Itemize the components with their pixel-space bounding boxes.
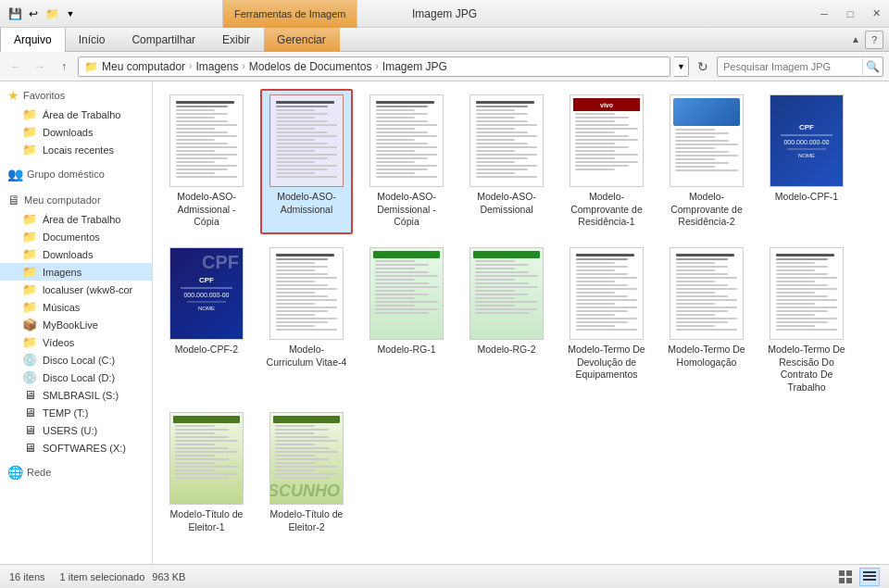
search-icon[interactable]: 🔍: [862, 56, 883, 77]
status-bar: 16 itens 1 item selecionado 963 KB: [0, 564, 889, 588]
search-box[interactable]: 🔍: [717, 56, 883, 77]
file-item[interactable]: RASCUNHO: [260, 407, 353, 539]
sidebar-item-softwares[interactable]: 🖥 SOFTWARES (X:): [0, 439, 152, 457]
file-item[interactable]: Modelo-Termo De Rescisão Do Contrato De …: [760, 242, 853, 400]
my-computer-section[interactable]: 🖥 Meu computador: [0, 190, 152, 210]
svg-rect-3: [846, 578, 852, 583]
file-item[interactable]: Modelo-RG-1: [360, 242, 453, 400]
sidebar-item-downloads-fav[interactable]: 📁 Downloads: [0, 123, 152, 141]
details-view-icon: [863, 570, 876, 583]
file-item[interactable]: Modelo-ASO-Demissional - Cópia: [360, 89, 453, 234]
file-thumbnail: [670, 94, 744, 187]
file-label: Modelo-CPF-2: [175, 344, 238, 357]
sidebar-item-users[interactable]: 🖥 USERS (U:): [0, 421, 152, 439]
tab-inicio[interactable]: Início: [66, 28, 119, 52]
file-thumbnail: CPF CPF 000.000.000-00 NOME: [169, 247, 244, 340]
network-drive-icon: 🖥: [22, 388, 37, 402]
address-dropdown[interactable]: ▼: [674, 56, 689, 77]
file-label: Modelo-Termo De Homologação: [666, 344, 747, 369]
rede-section[interactable]: 🌐 Rede: [0, 462, 152, 482]
file-item[interactable]: Modelo-Título de Eleitor-1: [160, 407, 253, 539]
file-thumbnail: CPF 000.000.000-00 NOME: [770, 94, 844, 187]
minimize-button[interactable]: ─: [811, 0, 837, 28]
file-item[interactable]: Modelo-ASO-Admissional: [260, 89, 353, 234]
sidebar-item-area-trabalho-c[interactable]: 📁 Área de Trabalho: [0, 210, 152, 228]
group-icon: 👥: [7, 167, 23, 181]
favorites-section[interactable]: ★ Favoritos: [0, 85, 152, 106]
file-item[interactable]: Modelo-Comprovante de Residência-2: [660, 89, 753, 234]
tab-exibir[interactable]: Exibir: [209, 28, 264, 52]
sidebar-item-imagens[interactable]: 📁 Imagens: [0, 263, 152, 281]
file-item[interactable]: vivo: [560, 89, 653, 234]
sidebar-item-smlbrasil[interactable]: 🖥 SMLBRASIL (S:): [0, 386, 152, 404]
maximize-button[interactable]: □: [837, 0, 863, 28]
dropdown-icon[interactable]: ▼: [63, 6, 78, 21]
tab-gerenciar[interactable]: Gerenciar: [264, 28, 340, 52]
file-thumbnail: [369, 94, 444, 187]
file-label: Modelo-CPF-1: [775, 191, 838, 204]
file-item[interactable]: Modelo-ASO-Admissional - Cópia: [160, 89, 253, 234]
close-button[interactable]: ✕: [863, 0, 889, 28]
sidebar-item-temp[interactable]: 🖥 TEMP (T:): [0, 404, 152, 421]
file-thumbnail: [269, 247, 344, 340]
file-thumbnail: [470, 94, 544, 187]
folder-icon[interactable]: 📁: [44, 6, 59, 21]
file-item[interactable]: Modelo-Termo De Homologação: [660, 242, 753, 400]
sidebar-item-area-trabalho[interactable]: 📁 Área de Trabalho: [0, 106, 152, 123]
file-label: Modelo-RG-2: [477, 344, 535, 357]
sidebar-item-mybooklive[interactable]: 📦 MyBookLive: [0, 316, 152, 333]
drive-icon: 💿: [22, 353, 37, 367]
file-label: Modelo-ASO-Demissional - Cópia: [366, 191, 447, 229]
ribbon-collapse-button[interactable]: ▲: [846, 31, 865, 49]
search-input[interactable]: [718, 61, 862, 72]
selected-count: 1 item selecionado: [60, 571, 145, 582]
details-view-button[interactable]: [859, 568, 880, 586]
ribbon-right-controls: ▲ ?: [846, 28, 889, 51]
forward-button[interactable]: →: [30, 56, 50, 77]
file-label: Modelo-Título de Eleitor-2: [266, 508, 347, 533]
file-label: Modelo-ASO-Admissional - Cópia: [166, 191, 247, 229]
large-icons-view-button[interactable]: [835, 568, 856, 586]
tab-compartilhar[interactable]: Compartilhar: [119, 28, 209, 52]
file-item[interactable]: CPF CPF 000.000.000-00 NOME Modelo-CPF-2: [160, 242, 253, 400]
main-layout: ★ Favoritos 📁 Área de Trabalho 📁 Downloa…: [0, 81, 889, 564]
computer-icon: 🖥: [7, 193, 20, 207]
help-button[interactable]: ?: [865, 31, 883, 49]
sidebar-item-musicas[interactable]: 📁 Músicas: [0, 298, 152, 316]
file-thumbnail: [169, 412, 244, 505]
file-thumbnail: [269, 94, 344, 187]
sidebar-item-documentos[interactable]: 📁 Documentos: [0, 228, 152, 245]
grupo-section[interactable]: 👥 Grupo doméstico: [0, 164, 152, 184]
window-controls: ─ □ ✕: [811, 0, 889, 28]
file-item[interactable]: Modelo-RG-2: [460, 242, 553, 400]
file-label: Modelo-ASO-Admissional: [266, 191, 347, 216]
file-item[interactable]: Modelo-Termo De Devolução de Equipamento…: [560, 242, 653, 400]
sidebar-item-localuser[interactable]: 📁 localuser (wkw8-cor: [0, 281, 152, 298]
sidebar-item-locais-recentes[interactable]: 📁 Locais recentes: [0, 141, 152, 158]
file-label: Modelo-Comprovante de Residência-1: [566, 191, 647, 229]
file-thumbnail: [670, 247, 744, 340]
file-item[interactable]: CPF 000.000.000-00 NOME Modelo-CPF-1: [760, 89, 853, 234]
file-label: Modelo-Curriculum Vitae-4: [266, 344, 347, 369]
file-label: Modelo-ASO-Demissional: [466, 191, 547, 216]
sidebar-item-disco-c[interactable]: 💿 Disco Local (C:): [0, 351, 152, 369]
file-item[interactable]: Modelo-Curriculum Vitae-4: [260, 242, 353, 400]
file-thumbnail: [369, 247, 444, 340]
refresh-button[interactable]: ↻: [693, 56, 713, 77]
file-item[interactable]: Modelo-ASO-Demissional: [460, 89, 553, 234]
svg-rect-5: [863, 575, 876, 577]
sidebar-item-disco-d[interactable]: 💿 Disco Local (D:): [0, 369, 152, 386]
up-button[interactable]: ↑: [54, 56, 74, 77]
file-thumbnail: [570, 247, 644, 340]
file-thumbnail: RASCUNHO: [269, 412, 344, 505]
sidebar-item-videos[interactable]: 📁 Vídeos: [0, 333, 152, 351]
undo-icon[interactable]: ↩: [26, 6, 41, 21]
sidebar-item-downloads[interactable]: 📁 Downloads: [0, 245, 152, 263]
address-path[interactable]: 📁 Meu computador › Imagens › Modelos de …: [78, 56, 670, 77]
item-count: 16 itens: [9, 571, 45, 582]
save-icon[interactable]: 💾: [7, 6, 22, 21]
tab-arquivo[interactable]: Arquivo: [0, 27, 66, 52]
svg-rect-6: [863, 579, 876, 581]
back-button[interactable]: ←: [6, 56, 26, 77]
folder-icon: 📁: [22, 300, 37, 314]
